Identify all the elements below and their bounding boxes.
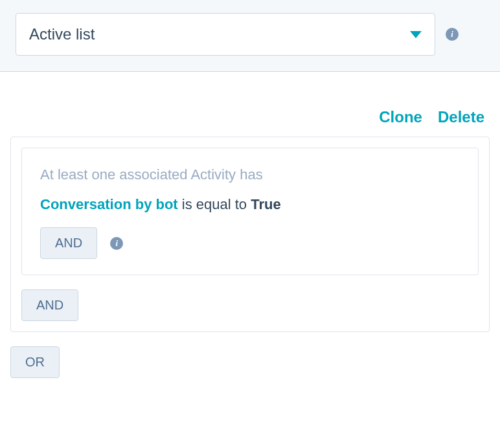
condition-property: Conversation by bot [40, 196, 178, 212]
filter-condition-block: At least one associated Activity has Con… [21, 148, 479, 275]
header-section: Active list i [0, 0, 500, 72]
delete-link[interactable]: Delete [438, 108, 484, 126]
actions-row: Clone Delete [0, 72, 500, 137]
outer-and-row: AND [21, 289, 479, 321]
filter-group: At least one associated Activity has Con… [10, 137, 490, 332]
inner-and-row: AND i [40, 227, 460, 259]
dropdown-selected-value: Active list [29, 25, 95, 43]
list-type-dropdown[interactable]: Active list [16, 13, 435, 56]
filter-heading: At least one associated Activity has [40, 166, 460, 183]
condition-value: True [251, 196, 280, 212]
info-icon[interactable]: i [446, 28, 459, 41]
clone-link[interactable]: Clone [379, 108, 422, 126]
or-button[interactable]: OR [10, 346, 60, 378]
outer-and-button[interactable]: AND [21, 289, 78, 321]
filter-condition: Conversation by bot is equal to True [40, 196, 460, 213]
info-icon[interactable]: i [110, 237, 123, 250]
inner-and-button[interactable]: AND [40, 227, 97, 259]
chevron-down-icon [410, 31, 422, 38]
condition-operator: is equal to [178, 196, 251, 212]
or-row: OR [10, 346, 490, 378]
